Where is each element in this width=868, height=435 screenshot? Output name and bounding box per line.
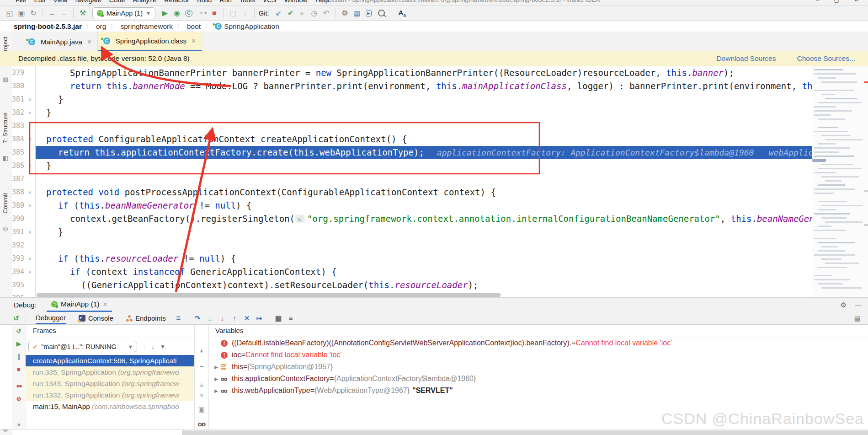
stripe-mark[interactable]	[864, 224, 868, 226]
code-line-381[interactable]: 381∧}	[12, 93, 812, 106]
code-line-386[interactable]: 386∧}	[12, 159, 812, 172]
code-text[interactable]: }	[36, 106, 812, 119]
fold-icon[interactable]: ∨	[24, 265, 36, 279]
code-text[interactable]: SpringApplicationBannerPrinter bannerPri…	[36, 66, 812, 80]
code-text[interactable]: }	[36, 159, 812, 172]
fold-icon[interactable]: ∧	[24, 159, 36, 172]
code-line-387[interactable]: 387	[12, 172, 812, 186]
search-icon[interactable]	[378, 10, 385, 16]
run-to-cursor-icon[interactable]: ↦	[253, 314, 266, 322]
menu-item-analyze[interactable]: Analyze	[131, 0, 159, 4]
debug-session-tab[interactable]: MainApp (1) ✕	[47, 298, 112, 312]
minimap-viewport[interactable]	[812, 159, 826, 162]
structure-icon[interactable]: ▦	[351, 8, 362, 19]
menu-item-vcs[interactable]: VCS	[261, 0, 278, 4]
code-text[interactable]: if (this.beanNameGenerator != null) {	[36, 199, 812, 212]
variable-row[interactable]: ▶oothis.webApplicationType = {WebApplica…	[208, 385, 868, 397]
fold-icon[interactable]: ∨	[24, 199, 36, 212]
step-out-icon[interactable]: ↑	[229, 314, 241, 322]
code-text[interactable]: protected ConfigurableApplicationContext…	[36, 133, 812, 146]
code-text[interactable]: ((GenericApplicationContext)context).set…	[36, 279, 812, 292]
code-line-383[interactable]: 383	[12, 119, 812, 133]
code-text[interactable]: }	[36, 93, 812, 106]
breadcrumb-item[interactable]: boot	[187, 22, 201, 31]
tab-mainapp-java[interactable]: CMainApp.java✕	[23, 32, 98, 51]
menu-item-code[interactable]: Code	[107, 0, 127, 4]
menu-item-refactor[interactable]: Refactor	[162, 0, 191, 4]
code-text[interactable]: protected void postProcessApplicationCon…	[36, 186, 812, 199]
breadcrumb-item[interactable]: springframework	[120, 22, 173, 31]
variable-row[interactable]: ▶this = {SpringApplication@1957}	[208, 361, 868, 373]
menu-item-run[interactable]: Run	[218, 0, 234, 4]
expand-arrow-icon[interactable]: ▶	[212, 365, 221, 370]
git-commit-icon[interactable]: ✔	[284, 8, 296, 19]
fold-icon[interactable]: ∧	[24, 93, 36, 106]
link-choose-sources-[interactable]: Choose Sources...	[797, 54, 855, 63]
step-into-icon[interactable]: ↓	[204, 314, 216, 322]
code-line-384[interactable]: 384∨protected ConfigurableApplicationCon…	[12, 133, 812, 146]
force-step-into-icon[interactable]: ↓	[216, 314, 229, 322]
rerun-debug-icon[interactable]: ↺	[10, 314, 22, 322]
run-anything-icon[interactable]: ▶	[362, 8, 374, 19]
git-update-icon[interactable]: ↙	[272, 8, 284, 19]
tab-debugger[interactable]: Debugger	[36, 312, 66, 324]
resume-icon[interactable]: ▶	[12, 340, 26, 347]
code-line-389[interactable]: 389∨if (this.beanNameGenerator != null) …	[12, 199, 812, 212]
code-text[interactable]: }	[36, 226, 812, 239]
code-text[interactable]	[36, 119, 812, 133]
code-line-395[interactable]: 395((GenericApplicationContext)context).…	[12, 279, 812, 292]
menu-item-navigate[interactable]: Navigate	[74, 0, 103, 4]
step-over-icon[interactable]: ↷	[192, 314, 204, 322]
breadcrumb-item[interactable]: SpringApplication	[224, 22, 279, 31]
filter-icon[interactable]: ▼	[160, 344, 165, 350]
rerun-icon[interactable]: ↺	[12, 328, 26, 334]
close-icon[interactable]: ✕	[102, 301, 107, 308]
breadcrumb-item[interactable]: spring-boot-2.5.3.jar	[14, 22, 82, 31]
thread-selector[interactable]: ✓ "main"@1 i...": RUNNING ▼	[28, 341, 137, 352]
variable-row[interactable]: !((DefaultListableBeanFactory)((Annotati…	[208, 337, 868, 349]
editor[interactable]: 379SpringApplicationBannerPrinter banner…	[12, 66, 812, 297]
attach-icon[interactable]: ▢	[227, 8, 239, 19]
coverage-icon[interactable]: C	[183, 8, 195, 19]
tab-console[interactable]: Console	[79, 312, 113, 324]
code-line-394[interactable]: 394∨if (context instanceof GenericApplic…	[12, 265, 812, 279]
code-line-392[interactable]: 392	[12, 239, 812, 252]
code-line-382[interactable]: 382∧}	[12, 106, 812, 119]
rail-commit-tool-button[interactable]: Commit	[2, 193, 9, 214]
fold-icon[interactable]: ∨	[24, 133, 36, 146]
move-down-icon[interactable]: ▼	[195, 392, 208, 399]
close-icon[interactable]: ✕	[87, 38, 92, 45]
code-text[interactable]: if (this.resourceLoader != null) {	[36, 252, 812, 265]
code-text[interactable]	[36, 239, 812, 252]
fold-icon[interactable]: ∧	[24, 106, 36, 119]
breadcrumb-item[interactable]: org	[96, 22, 106, 31]
frame-down-icon[interactable]: ↓	[151, 343, 154, 350]
build-icon[interactable]: ⚒	[77, 8, 89, 19]
menu-item-build[interactable]: Build	[195, 0, 213, 4]
debug-icon[interactable]: ◉	[171, 8, 183, 19]
code-text[interactable]: context.getBeanFactory().registerSinglet…	[36, 212, 812, 226]
menu-item-edit[interactable]: Edit	[32, 0, 47, 4]
forward-icon[interactable]: →	[58, 8, 70, 19]
window-controls[interactable]: – ▢ ✕	[816, 0, 865, 3]
code-line-388[interactable]: 388∨protected void postProcessApplicatio…	[12, 186, 812, 199]
wrench-icon[interactable]: ⚙	[339, 8, 351, 19]
menu-item-file[interactable]: File	[14, 0, 28, 4]
tab-endpoints[interactable]: Endpoints	[126, 312, 166, 324]
run-icon[interactable]: ▶	[159, 8, 171, 19]
horizontal-scrollbar-thumb[interactable]	[37, 293, 501, 297]
back-icon[interactable]: ←	[46, 8, 58, 19]
minimap[interactable]	[812, 66, 868, 297]
expand-arrow-icon[interactable]: ▶	[212, 376, 221, 381]
frame-up-icon[interactable]: ↑	[143, 343, 146, 350]
git-history-icon[interactable]: ◷	[308, 8, 320, 19]
git-rollback-icon[interactable]: ↶	[320, 8, 332, 19]
fold-icon[interactable]: ∨	[24, 252, 36, 265]
code-text[interactable]	[36, 172, 812, 186]
code-text[interactable]: return this.bannerMode == Mode.LOG ? ban…	[36, 80, 812, 93]
code-line-379[interactable]: 379SpringApplicationBannerPrinter banner…	[12, 66, 812, 80]
layout-icon[interactable]: ▤	[854, 314, 861, 322]
expand-arrow-icon[interactable]: ▶	[212, 388, 221, 393]
stripe-mark[interactable]	[864, 190, 868, 192]
variable-row[interactable]: !ioc = Cannot find local variable 'ioc'	[208, 349, 868, 361]
